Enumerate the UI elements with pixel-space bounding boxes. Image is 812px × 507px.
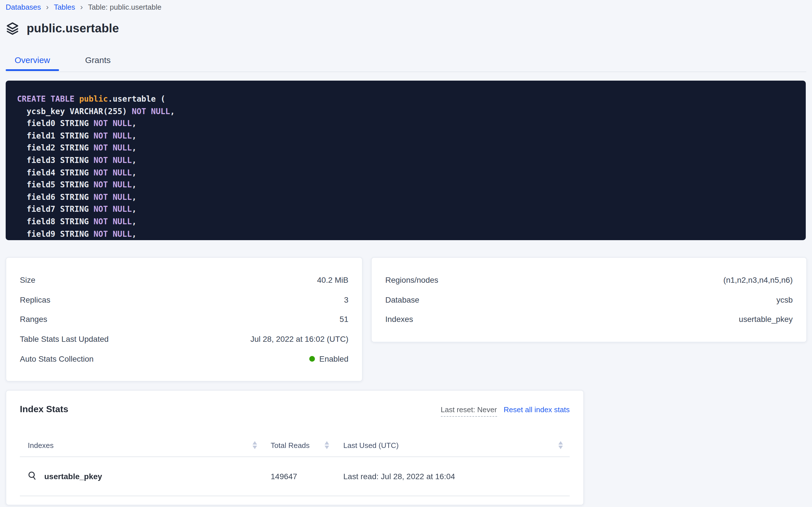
sql-line: field3 STRING NOT NULL, [17, 155, 795, 167]
detail-label: Auto Stats Collection [20, 354, 93, 363]
detail-row: Databaseycsb [385, 290, 793, 309]
detail-row: Indexesusertable_pkey [385, 309, 793, 329]
tab-bar: Overview Grants [6, 55, 111, 71]
sql-line: ycsb_key VARCHAR(255) NOT NULL, [17, 105, 795, 117]
index-name: usertable_pkey [44, 472, 102, 481]
detail-label: Ranges [20, 315, 47, 324]
table-location-card: Regions/nodes(n1,n2,n3,n4,n5,n6)Database… [371, 257, 807, 342]
sql-code-block: CREATE TABLE public.usertable ( ycsb_key… [6, 80, 806, 240]
detail-value: 51 [339, 315, 349, 324]
detail-label: Size [20, 276, 35, 285]
reset-all-index-stats-link[interactable]: Reset all index stats [504, 405, 570, 414]
detail-value: Jul 28, 2022 at 16:02 (UTC) [250, 334, 349, 343]
detail-value: (n1,n2,n3,n4,n5,n6) [724, 276, 793, 285]
detail-row: Replicas3 [20, 290, 349, 309]
detail-row: Auto Stats CollectionEnabled [20, 349, 349, 369]
index-stats-header: Index Stats Last reset: Never Reset all … [20, 404, 570, 417]
sql-line: CREATE TABLE public.usertable ( [17, 93, 795, 105]
sort-icon[interactable] [325, 441, 329, 449]
column-header-label: Total Reads [271, 441, 325, 449]
index-link[interactable]: usertable_pkey [28, 471, 257, 482]
detail-label: Regions/nodes [385, 276, 438, 285]
page-title: public.usertable [27, 21, 119, 35]
stack-icon [6, 21, 19, 35]
detail-value: usertable_pkey [739, 315, 793, 324]
last-reset-tooltip-trigger[interactable]: Last reset: Never [441, 405, 497, 417]
detail-label: Replicas [20, 295, 50, 304]
detail-label: Table Stats Last Updated [20, 334, 109, 343]
sql-line: field2 STRING NOT NULL, [17, 142, 795, 155]
column-header-label: Indexes [28, 441, 252, 449]
column-header-indexes[interactable]: Indexes [20, 441, 264, 449]
chevron-right-icon: › [80, 3, 83, 11]
status-dot-green [309, 356, 315, 361]
sql-line: field0 STRING NOT NULL, [17, 117, 795, 130]
index-name-cell: usertable_pkey [20, 471, 264, 482]
sql-line: field9 STRING NOT NULL, [17, 228, 795, 240]
table-details-card: Size40.2 MiBReplicas3Ranges51Table Stats… [6, 257, 363, 382]
index-stats-table: IndexesTotal ReadsLast Used (UTC) userta… [20, 434, 570, 496]
index-stats-card: Index Stats Last reset: Never Reset all … [6, 390, 584, 505]
chevron-right-icon: › [46, 3, 49, 11]
breadcrumb-link-databases[interactable]: Databases [6, 3, 41, 11]
tab-grants[interactable]: Grants [85, 55, 111, 71]
sql-line: field7 STRING NOT NULL, [17, 204, 795, 216]
sql-line: field4 STRING NOT NULL, [17, 167, 795, 179]
last-used-cell: Last read: Jul 28, 2022 at 16:04 [336, 472, 570, 481]
page-title-row: public.usertable [6, 21, 119, 35]
detail-label: Indexes [385, 315, 413, 324]
column-header-label: Last Used (UTC) [343, 441, 558, 449]
detail-row: Regions/nodes(n1,n2,n3,n4,n5,n6) [385, 270, 793, 290]
detail-row: Table Stats Last UpdatedJul 28, 2022 at … [20, 329, 349, 349]
total-reads-cell: 149647 [264, 472, 336, 481]
detail-value: 40.2 MiB [317, 276, 349, 285]
tab-overview[interactable]: Overview [6, 55, 59, 71]
tab-divider [6, 71, 806, 72]
detail-label: Database [385, 295, 419, 304]
sql-line: field5 STRING NOT NULL, [17, 179, 795, 191]
column-header-total-reads[interactable]: Total Reads [264, 441, 336, 449]
index-table-header: IndexesTotal ReadsLast Used (UTC) [20, 434, 570, 457]
detail-value: Enabled [309, 354, 349, 363]
sort-icon[interactable] [558, 441, 563, 449]
sql-line: field6 STRING NOT NULL, [17, 191, 795, 204]
breadcrumb-link-tables[interactable]: Tables [54, 3, 75, 11]
search-icon [28, 471, 37, 482]
index-stats-title: Index Stats [20, 404, 68, 414]
sort-icon[interactable] [252, 441, 257, 449]
table-details-page: Databases › Tables › Table: public.usert… [0, 0, 812, 507]
sql-line: field8 STRING NOT NULL, [17, 216, 795, 228]
column-header-last-used-utc[interactable]: Last Used (UTC) [336, 441, 570, 449]
index-stats-actions: Last reset: Never Reset all index stats [441, 405, 570, 417]
breadcrumb-current: Table: public.usertable [88, 3, 162, 11]
breadcrumb: Databases › Tables › Table: public.usert… [6, 3, 162, 11]
detail-row: Ranges51 [20, 309, 349, 329]
detail-value: 3 [344, 295, 349, 304]
detail-value: ycsb [776, 295, 793, 304]
table-row: usertable_pkey 149647 Last read: Jul 28,… [20, 457, 570, 496]
sql-line: field1 STRING NOT NULL, [17, 130, 795, 142]
detail-row: Size40.2 MiB [20, 270, 349, 290]
